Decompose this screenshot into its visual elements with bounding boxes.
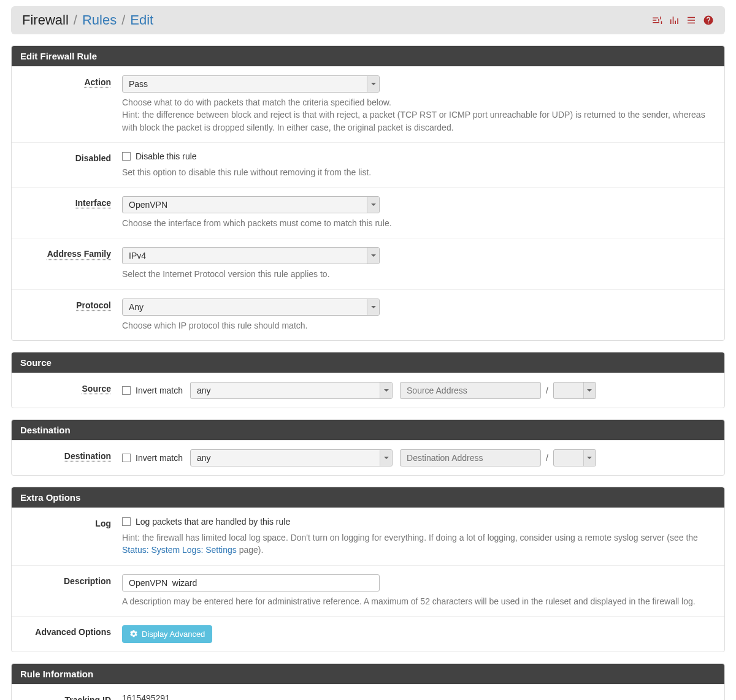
- chart-icon[interactable]: [669, 15, 680, 26]
- source-invert-checkbox[interactable]: Invert match: [122, 386, 183, 395]
- chevron-down-icon: [380, 382, 392, 398]
- panel-source: Source Source Invert match any /: [11, 352, 725, 408]
- help-address-family: Select the Internet Protocol version thi…: [122, 268, 713, 280]
- panel-heading-extra: Extra Options: [12, 487, 724, 508]
- row-advanced: Advanced Options Display Advanced: [12, 616, 724, 652]
- panel-heading-info: Rule Information: [12, 664, 724, 684]
- panel-extra-options: Extra Options Log Log packets that are h…: [11, 487, 725, 652]
- disabled-checkbox[interactable]: Disable this rule: [122, 151, 197, 161]
- breadcrumb-sep: /: [121, 12, 125, 28]
- protocol-select[interactable]: Any: [122, 299, 380, 316]
- checkbox-label: Invert match: [136, 453, 183, 463]
- chevron-down-icon: [367, 248, 379, 264]
- help-disabled: Set this option to disable this rule wit…: [122, 166, 713, 178]
- label-action: Action: [12, 75, 122, 134]
- label-description: Description: [12, 574, 122, 607]
- row-protocol: Protocol Any Choose which IP protocol th…: [12, 289, 724, 340]
- checkbox-icon: [122, 454, 131, 462]
- row-tracking-id: Tracking ID 1615495291: [12, 684, 724, 700]
- row-source: Source Invert match any /: [12, 373, 724, 408]
- gear-icon: [129, 630, 138, 638]
- source-type-value: any: [191, 386, 380, 395]
- address-family-select-value: IPv4: [123, 251, 367, 261]
- action-select-value: Pass: [123, 79, 367, 89]
- help-log: Hint: the firewall has limited local log…: [122, 531, 713, 557]
- label-address-family: Address Family: [12, 247, 122, 280]
- row-destination: Destination Invert match any /: [12, 440, 724, 475]
- help-description: A description may be entered here for ad…: [122, 595, 713, 607]
- label-destination: Destination: [12, 449, 122, 466]
- row-address-family: Address Family IPv4 Select the Internet …: [12, 238, 724, 289]
- interface-select-value: OpenVPN: [123, 200, 367, 210]
- checkbox-label: Log packets that are handled by this rul…: [136, 517, 290, 527]
- action-select[interactable]: Pass: [122, 75, 380, 93]
- chevron-down-icon: [367, 197, 379, 213]
- chevron-down-icon: [367, 76, 379, 92]
- interface-select[interactable]: OpenVPN: [122, 196, 380, 213]
- checkbox-icon: [122, 517, 131, 526]
- help-text: Hint: the firewall has limited local log…: [122, 533, 698, 542]
- breadcrumb-sep: /: [74, 12, 77, 28]
- address-family-select[interactable]: IPv4: [122, 247, 380, 264]
- label-disabled: Disabled: [12, 151, 122, 178]
- label-tracking-id: Tracking ID: [12, 693, 122, 700]
- panel-destination: Destination Destination Invert match any…: [11, 419, 725, 476]
- header-actions: [651, 15, 714, 26]
- breadcrumb-edit-link[interactable]: Edit: [130, 12, 153, 28]
- mask-separator: /: [541, 453, 553, 463]
- help-text: Choose what to do with packets that matc…: [122, 96, 713, 108]
- checkbox-icon: [122, 152, 131, 161]
- mask-separator: /: [541, 386, 553, 395]
- row-log: Log Log packets that are handled by this…: [12, 508, 724, 565]
- chevron-down-icon: [367, 299, 379, 315]
- display-advanced-button[interactable]: Display Advanced: [122, 625, 212, 643]
- syslog-settings-link[interactable]: Status: System Logs: Settings: [122, 545, 237, 555]
- source-type-select[interactable]: any: [190, 382, 393, 399]
- destination-type-value: any: [191, 453, 380, 463]
- label-protocol: Protocol: [12, 299, 122, 332]
- destination-address-input: [400, 449, 541, 466]
- destination-invert-checkbox[interactable]: Invert match: [122, 453, 183, 463]
- destination-mask-select: [553, 449, 596, 466]
- help-text: page).: [237, 545, 264, 555]
- sliders-icon[interactable]: [651, 15, 662, 26]
- help-interface: Choose the interface from which packets …: [122, 217, 713, 229]
- source-address-input: [400, 382, 541, 399]
- source-mask-select: [553, 382, 596, 399]
- row-disabled: Disabled Disable this rule Set this opti…: [12, 142, 724, 187]
- row-interface: Interface OpenVPN Choose the interface f…: [12, 187, 724, 238]
- page-header: Firewall / Rules / Edit: [11, 6, 725, 34]
- label-advanced: Advanced Options: [12, 625, 122, 643]
- label-log: Log: [12, 517, 122, 557]
- label-source: Source: [12, 382, 122, 399]
- row-description: Description A description may be entered…: [12, 565, 724, 616]
- checkbox-icon: [122, 386, 131, 395]
- destination-type-select[interactable]: any: [190, 449, 393, 466]
- breadcrumb-rules-link[interactable]: Rules: [82, 12, 117, 28]
- panel-heading-source: Source: [12, 352, 724, 373]
- value-tracking-id: 1615495291: [122, 693, 713, 700]
- label-interface: Interface: [12, 196, 122, 229]
- panel-edit-rule: Edit Firewall Rule Action Pass Choose wh…: [11, 45, 725, 341]
- panel-rule-info: Rule Information Tracking ID 1615495291 …: [11, 663, 725, 700]
- log-checkbox[interactable]: Log packets that are handled by this rul…: [122, 517, 290, 527]
- list-icon[interactable]: [686, 15, 697, 26]
- chevron-down-icon: [380, 450, 392, 466]
- description-input[interactable]: [122, 574, 380, 592]
- breadcrumb: Firewall / Rules / Edit: [22, 12, 153, 28]
- protocol-select-value: Any: [123, 302, 367, 312]
- breadcrumb-root: Firewall: [22, 12, 69, 28]
- help-action: Choose what to do with packets that matc…: [122, 96, 713, 134]
- button-label: Display Advanced: [142, 630, 205, 639]
- chevron-down-icon: [583, 450, 596, 466]
- help-protocol: Choose which IP protocol this rule shoul…: [122, 319, 713, 332]
- chevron-down-icon: [583, 382, 596, 398]
- help-icon[interactable]: [703, 15, 714, 26]
- checkbox-label: Disable this rule: [136, 151, 197, 161]
- panel-heading-edit: Edit Firewall Rule: [12, 46, 724, 66]
- panel-heading-destination: Destination: [12, 420, 724, 440]
- help-text: Hint: the difference between block and r…: [122, 108, 713, 134]
- row-action: Action Pass Choose what to do with packe…: [12, 66, 724, 142]
- checkbox-label: Invert match: [136, 386, 183, 395]
